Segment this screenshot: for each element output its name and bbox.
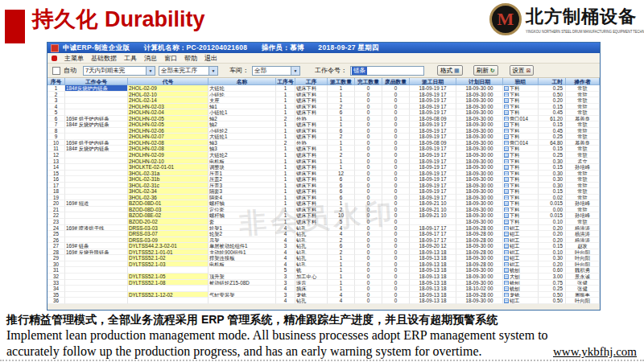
table-row[interactable]: 183HOL-02-34隔套31锯床下料60018-09-19 1718-09-… <box>47 188 600 195</box>
menu-item-main[interactable]: 主菜单 <box>64 54 84 63</box>
table-cell: 0 <box>355 104 382 110</box>
table-row[interactable]: 153HOL-02-31a压盖11锯床下料120018-09-19 1718-0… <box>47 171 600 177</box>
process-filter-dropdown[interactable]: 全部未完工序▼ <box>159 66 218 76</box>
table-row[interactable]: 122HOLHN-02-09大链轮21锯床下料20018-09-19 1718-… <box>47 152 600 158</box>
table-row[interactable]: 1184#反烧炉内链条2HOL-02-09大链轮1锯床下料10018-09-19… <box>47 85 600 92</box>
column-header[interactable]: 名称 <box>208 78 276 85</box>
table-row[interactable]: 20169# 辊道BZOD-08D-01螺杆轴1锯床下料10018-09-21 … <box>47 200 600 207</box>
table-row[interactable]: 11184# 反烧炉内链条2HOLHN-02-08轴31锯床下料10018-09… <box>47 146 600 152</box>
table-cell: 3HOL-02-31a <box>128 171 208 177</box>
table-row[interactable]: 82HOLHN-02-06小链轮21锯床下料60018-09-19 1718-0… <box>47 128 600 134</box>
table-cell: 2HOLHN-02-04 <box>128 109 208 116</box>
table-row[interactable]: 24169# 喷漆烘干线DRSS-03-03轮架14钻孔40018-09-17 … <box>47 225 600 232</box>
refresh-button[interactable]: 刷新↻ <box>473 65 498 76</box>
table-cell: 轴2 <box>208 121 276 128</box>
team-icon <box>504 98 509 103</box>
table-cell: 1 <box>276 183 295 189</box>
table-cell: 锯床下料 <box>295 164 328 171</box>
due-filter-dropdown[interactable]: 7天内到期未完▼ <box>83 66 155 76</box>
column-header[interactable]: 工序 <box>295 78 328 85</box>
table-cell: 1 <box>328 85 355 92</box>
table-row[interactable]: 29DYLTSS52.1-02撑架连接板4钻孔10018-09-13 1818-… <box>47 255 600 261</box>
table-row[interactable]: 22BZOD-08E-02螺杆轴1锯床下料100018-09-21 1018-0… <box>47 212 600 219</box>
table-cell: 1 <box>276 92 295 98</box>
column-header[interactable]: 操作者 <box>566 78 600 85</box>
column-header[interactable]: 派工数量 <box>328 78 355 85</box>
table-row[interactable]: 32DYLTSS52.1-05顶升架3加工中心10018-09-13 1818-… <box>47 274 600 280</box>
column-header[interactable]: 工时 <box>539 78 566 85</box>
table-row[interactable]: 52HOLHN-02-04小链轮11锯床下料60018-09-19 1718-0… <box>47 109 600 116</box>
table-cell: 18-09-28 00 <box>456 292 503 298</box>
table-cell: 0 <box>382 212 410 219</box>
table-cell: 压盖2 <box>208 176 276 183</box>
column-header[interactable]: 废品数量 <box>382 78 410 85</box>
table-cell: DRSS-03-07 <box>128 231 208 237</box>
auto-checkbox[interactable] <box>52 67 60 75</box>
column-header[interactable]: 工作令号 <box>65 78 128 85</box>
slide-bottom-divider <box>0 360 644 361</box>
table-cell: 5 <box>276 267 295 274</box>
table-row[interactable]: 315铣10018-09-13 1818-09-30 00铣刨0.60魏积勇 <box>47 267 600 274</box>
table-row[interactable]: 92HOLHN-02-07大链轮11锯床下料20018-09-19 1718-0… <box>47 134 600 140</box>
table-row[interactable]: 25DRSS-03-07轮架24钻孔40018-09-17 1718-09-28… <box>47 231 600 237</box>
column-header[interactable]: 工序号 <box>276 78 295 85</box>
table-row[interactable]: 28169# 反烧升降链条DYLTSS52.1-01-01主动轮900组件14钻… <box>47 249 600 256</box>
table-row[interactable]: 32HOL-02-14支座1锯床下料10018-09-19 1718-09-30… <box>47 97 600 104</box>
table-row[interactable]: 364钻孔40018-09-13 1818-09-30 00钳工0.50叶向阳 <box>47 298 600 304</box>
menu-item-exit[interactable]: 退出 <box>204 54 217 63</box>
table-row[interactable]: 33DYLTSS52.1-08被动链轮Z15-08D3滚齿10018-09-13… <box>47 280 600 286</box>
table-row[interactable]: 42HOLHN-02-03轴11锯床下料20018-09-19 1718-09-… <box>47 104 600 110</box>
table-row[interactable]: 6169# 烘干炉内链条2HOLHN-02-05轴22外协10018-09-08… <box>47 116 600 122</box>
table-cell: 0.015 <box>539 212 566 219</box>
table-cell: 锯床下料 <box>295 128 328 134</box>
table-row[interactable]: 7184# 反烧炉内链条2HOLHN-02-05轴21锯床下料10018-09-… <box>47 121 600 128</box>
table-cell: 电机板 <box>208 261 276 268</box>
table-cell: 13 <box>47 158 65 165</box>
table-cell: 18-09-28 00 <box>456 237 503 244</box>
table-row[interactable]: 27169# 链条DYLTSS44.2.3-02-01单层被动轮组件13钻孔60… <box>47 243 600 249</box>
table-row[interactable]: 143HOLKTE-02-01-01调整块1锯床下料10018-09-19 17… <box>47 164 600 171</box>
menu-item-window[interactable]: 窗口 <box>164 54 177 63</box>
table-cell: 0.25 <box>539 286 566 292</box>
column-header[interactable]: 代号 <box>128 78 208 85</box>
menu-item-tools[interactable]: 工具 <box>124 54 137 63</box>
table-row[interactable]: 35DYLTSS52.1-12-02气缸安装架3龙铣40018-09-13 18… <box>47 292 600 298</box>
column-header[interactable]: 派工日期 <box>410 78 456 85</box>
table-cell: 1 <box>328 116 355 122</box>
column-header[interactable]: 计划日期 <box>456 78 503 85</box>
table-cell: 0 <box>355 225 382 232</box>
table-cell: 9 <box>47 134 65 140</box>
table-row[interactable]: 10169# 烘干炉内链条2HOLHN-02-08轴32外协10018-09-0… <box>47 140 600 146</box>
erp-titlebar[interactable]: 中诚ERP-制造企业版 计算机名称：PC-201204021608 操作员：慕博… <box>47 43 600 53</box>
column-header[interactable]: 序号 <box>47 78 65 85</box>
table-row[interactable]: 21BZOD-08D-03定位套1锯床下料20018-09-21 1018-09… <box>47 207 600 213</box>
table-row[interactable]: 26DRSS-03-09吊架4钻孔20018-09-17 1718-09-28 … <box>47 237 600 244</box>
table-row[interactable]: 163HOL-02-31b压盖21锯床下料60018-09-19 1718-09… <box>47 176 600 183</box>
table-cell: 杨洪涛 <box>566 237 600 244</box>
menu-item-messages[interactable]: 消息 <box>144 54 157 63</box>
table-row[interactable]: 22HOL-02-10小链轮1锯床下料10018-09-19 1718-09-3… <box>47 92 600 98</box>
table-row[interactable]: 30DYLTSS52.1-03电机板4钻孔10018-09-13 1818-09… <box>47 261 600 268</box>
work-order-input[interactable]: 链条 <box>350 66 424 76</box>
table-cell: 10 <box>328 212 355 219</box>
table-cell: BZOD-08E-02 <box>128 212 208 219</box>
menu-item-basedata[interactable]: 基础数据 <box>91 54 117 63</box>
table-row[interactable]: 132HOLHN-02-10电机板1锯床下料10018-09-19 1718-0… <box>47 158 600 165</box>
column-header[interactable]: 班组 <box>503 78 539 85</box>
table-row[interactable]: 193HOL-02-36隔套41锯床下料60018-09-19 1718-09-… <box>47 195 600 201</box>
settings-button[interactable]: 设置⊠ <box>510 65 535 76</box>
table-cell: 大链轮2 <box>208 152 276 158</box>
workshop-dropdown[interactable]: 全部▼ <box>252 66 300 76</box>
format-button[interactable]: 格式▦ <box>437 65 463 76</box>
column-header[interactable]: 完工数量 <box>355 78 382 85</box>
table-cell: 0 <box>355 207 382 213</box>
table-cell: 0 <box>382 109 410 116</box>
table-row[interactable]: 23BZOD-20-02套1锯床下料50018-09-30 00下料0.10常驻 <box>47 219 600 225</box>
menu-item-help[interactable]: 帮助 <box>184 54 197 63</box>
table-cell: 主动轮900组件1 <box>208 249 276 256</box>
table-cell: 7 <box>47 121 65 128</box>
table-row[interactable]: 173HOL-02-31c压盖31锯床下料60018-09-19 1718-09… <box>47 183 600 189</box>
table-row[interactable]: 344插床10018-09-13 1818-10-02 00铣刨0.25张健 <box>47 286 600 292</box>
table-cell: 18-09-13 18 <box>410 280 456 286</box>
table-cell: 1 <box>276 128 295 134</box>
